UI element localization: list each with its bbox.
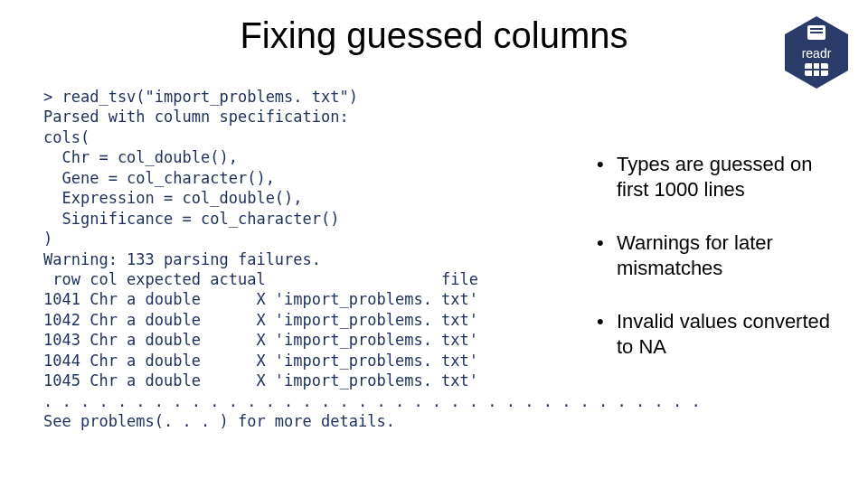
code-line: . . . . . . . . . . . . . . . . . . . . …: [43, 392, 701, 410]
slide: Fixing guessed columns readr > read_tsv(…: [0, 0, 868, 488]
svg-rect-3: [810, 32, 823, 33]
code-line: 1045 Chr a double X 'import_problems. tx…: [43, 371, 478, 389]
bullet-list: Types are guessed on first 1000 lines Wa…: [597, 152, 850, 388]
code-line: row col expected actual file: [43, 270, 478, 288]
code-line: > read_tsv("import_problems. txt"): [43, 88, 358, 106]
svg-rect-7: [805, 69, 828, 70]
code-line: Expression = col_double(),: [43, 189, 303, 207]
code-line: Warning: 133 parsing failures.: [43, 250, 321, 268]
page-title: Fixing guessed columns: [0, 15, 868, 56]
bullet-item: Warnings for later mismatches: [597, 230, 850, 280]
code-line: Gene = col_character(),: [43, 169, 275, 187]
code-line: Significance = col_character(): [43, 210, 340, 228]
bullet-item: Invalid values converted to NA: [597, 309, 850, 359]
code-line: 1044 Chr a double X 'import_problems. tx…: [43, 352, 478, 370]
readr-logo: readr: [785, 16, 848, 89]
svg-rect-2: [810, 28, 823, 30]
code-line: 1042 Chr a double X 'import_problems. tx…: [43, 311, 478, 329]
code-line: cols(: [43, 128, 90, 146]
readr-logo-text: readr: [802, 46, 832, 61]
bullet-text: Warnings for later mismatches: [617, 231, 773, 279]
code-line: Parsed with column specification:: [43, 108, 349, 126]
code-line: Chr = col_double(),: [43, 148, 238, 166]
code-line: 1041 Chr a double X 'import_problems. tx…: [43, 290, 478, 308]
bullet-text: Types are guessed on first 1000 lines: [617, 153, 812, 201]
bullet-text: Invalid values converted to NA: [617, 310, 830, 358]
code-line: See problems(. . . ) for more details.: [43, 412, 395, 430]
code-line: ): [43, 230, 52, 248]
code-line: 1043 Chr a double X 'import_problems. tx…: [43, 331, 478, 349]
bullet-item: Types are guessed on first 1000 lines: [597, 152, 850, 202]
code-block: > read_tsv("import_problems. txt") Parse…: [43, 87, 550, 431]
